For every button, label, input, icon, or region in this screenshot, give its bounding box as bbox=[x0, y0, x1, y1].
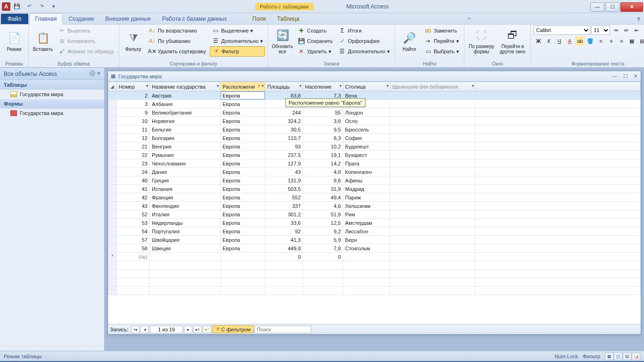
cell-population[interactable]: 49,4 bbox=[303, 193, 343, 202]
row-selector[interactable] bbox=[108, 91, 117, 100]
cell-add[interactable] bbox=[390, 253, 475, 261]
table-row[interactable]: 41ИспанияЕвропа503,531,9Мадрид bbox=[108, 185, 641, 193]
datasheet-view-shortcut[interactable]: ▦ bbox=[605, 353, 613, 360]
cell-area[interactable]: 92 bbox=[265, 227, 303, 236]
cell-name[interactable]: Австрия bbox=[150, 91, 221, 100]
new-record-nav-button[interactable]: ▸* bbox=[203, 326, 211, 333]
underline-button[interactable]: Ч bbox=[554, 36, 564, 46]
cell-add[interactable] bbox=[390, 159, 475, 168]
format-painter-button[interactable]: 🖌Формат по образцу bbox=[56, 46, 116, 57]
goto-button[interactable]: ➜Перейти ▾ bbox=[422, 36, 461, 46]
cell-number[interactable]: 53 bbox=[117, 219, 150, 227]
row-selector[interactable]: * bbox=[108, 253, 117, 261]
cell-capital[interactable]: Копенгаген bbox=[343, 168, 390, 176]
cell-location[interactable]: Европа bbox=[221, 151, 265, 159]
save-record-button[interactable]: 💾Сохранить bbox=[296, 36, 335, 46]
cell-name[interactable]: Греция bbox=[150, 176, 221, 185]
cell-location[interactable]: Европа bbox=[221, 202, 265, 210]
cell-add[interactable] bbox=[390, 108, 475, 117]
gridlines-button[interactable]: ▦ bbox=[627, 36, 636, 46]
table-row[interactable]: 53НидерландыЕвропа33,612,5Амстердам bbox=[108, 219, 641, 227]
cell-population[interactable]: 5,9 bbox=[303, 236, 343, 244]
cell-location[interactable]: Европа bbox=[221, 227, 265, 236]
cell-location[interactable]: Европа bbox=[221, 244, 265, 253]
cell-number[interactable]: 22 bbox=[117, 151, 150, 159]
cell-name[interactable]: Швейцария bbox=[150, 236, 221, 244]
cell-name[interactable]: Нидерланды bbox=[150, 219, 221, 227]
fit-form-button[interactable]: ⛶ По размеру формы bbox=[467, 25, 495, 57]
cell-area[interactable]: 324,2 bbox=[265, 117, 303, 125]
collapse-nav-icon[interactable]: « bbox=[97, 70, 100, 78]
cell-population[interactable]: 10,2 bbox=[303, 142, 343, 151]
undo-icon[interactable]: ↶ bbox=[24, 1, 35, 12]
cell-name[interactable]: Швеция bbox=[150, 244, 221, 253]
cell-capital[interactable] bbox=[343, 253, 390, 261]
search-toggle-icon[interactable]: ⓥ bbox=[90, 70, 95, 78]
cell-add[interactable] bbox=[390, 193, 475, 202]
cell-area[interactable]: 244 bbox=[265, 108, 303, 117]
row-selector[interactable] bbox=[108, 134, 117, 142]
next-record-button[interactable]: ▸ bbox=[184, 326, 192, 333]
cell-area[interactable]: 552 bbox=[265, 193, 303, 202]
sort-asc-button[interactable]: A↓По возрастанию bbox=[147, 25, 208, 36]
cell-capital[interactable]: Будапешт bbox=[343, 142, 390, 151]
cell-location[interactable]: Европа bbox=[221, 134, 265, 142]
row-selector[interactable] bbox=[108, 185, 117, 193]
align-center-button[interactable]: ≡ bbox=[606, 36, 616, 46]
table-row[interactable]: 2Австрия83,87,3Вена bbox=[108, 91, 641, 100]
cell-location[interactable]: Европа bbox=[221, 236, 265, 244]
col-capital[interactable]: Столица▾ bbox=[343, 82, 390, 91]
col-location[interactable]: Расположени▾ bbox=[221, 82, 265, 91]
row-selector-header[interactable]: ◢ bbox=[108, 82, 117, 91]
cell-add[interactable] bbox=[390, 125, 475, 134]
selection-button[interactable]: ▭Выделение ▾ bbox=[210, 25, 265, 36]
totals-button[interactable]: ΣИтоги bbox=[337, 25, 392, 36]
italic-button[interactable]: К bbox=[544, 36, 553, 46]
cell-add[interactable] bbox=[390, 176, 475, 185]
cell-capital[interactable]: Хельсинки bbox=[343, 202, 390, 210]
row-selector[interactable] bbox=[108, 244, 117, 253]
cell-location[interactable]: Европа bbox=[221, 185, 265, 193]
new-record-row[interactable]: *(№)00 bbox=[108, 253, 641, 261]
file-tab[interactable]: Файл bbox=[1, 14, 28, 24]
sort-desc-button[interactable]: A↑По убыванию bbox=[147, 36, 208, 46]
cell-name[interactable]: Дания bbox=[150, 168, 221, 176]
table-row[interactable]: 21ВенгрияЕвропа9310,2Будапешт bbox=[108, 142, 641, 151]
col-number[interactable]: Номер▾ bbox=[117, 82, 150, 91]
row-selector[interactable] bbox=[108, 151, 117, 159]
cell-population[interactable]: 19,1 bbox=[303, 151, 343, 159]
cell-capital[interactable]: Рим bbox=[343, 210, 390, 219]
cell-location[interactable] bbox=[221, 253, 265, 261]
cell-add[interactable] bbox=[390, 117, 475, 125]
cell-number[interactable]: 57 bbox=[117, 236, 150, 244]
cell-population[interactable]: 31,9 bbox=[303, 185, 343, 193]
row-selector[interactable] bbox=[108, 108, 117, 117]
row-selector[interactable] bbox=[108, 125, 117, 134]
cell-name[interactable]: Великобритания bbox=[150, 108, 221, 117]
cell-add[interactable] bbox=[390, 100, 475, 108]
cell-capital[interactable]: Мадрид bbox=[343, 185, 390, 193]
table-row[interactable]: 40ГрецияЕвропа131,98,6Афины bbox=[108, 176, 641, 185]
cell-area[interactable]: 503,5 bbox=[265, 185, 303, 193]
chevron-down-icon[interactable]: ▾ bbox=[146, 83, 149, 88]
bold-button[interactable]: Ж bbox=[534, 36, 543, 46]
new-record-button[interactable]: ✚Создать bbox=[296, 25, 335, 36]
maximize-button[interactable]: ☐ bbox=[605, 2, 619, 12]
indent-right-button[interactable]: ⇥ bbox=[642, 25, 644, 35]
spelling-button[interactable]: ✓Орфография bbox=[337, 36, 392, 46]
child-maximize-icon[interactable]: ☐ bbox=[623, 73, 628, 79]
table-row[interactable]: 42ФранцияЕвропа55249,4Париж bbox=[108, 193, 641, 202]
cell-area[interactable]: 30,5 bbox=[265, 125, 303, 134]
more-records-button[interactable]: ☰Дополнительно ▾ bbox=[337, 46, 392, 57]
cell-name[interactable] bbox=[150, 253, 221, 261]
cell-name[interactable]: Венгрия bbox=[150, 142, 221, 151]
row-selector[interactable] bbox=[108, 193, 117, 202]
cell-name[interactable]: Франция bbox=[150, 193, 221, 202]
cell-capital[interactable]: Бухарест bbox=[343, 151, 390, 159]
table-row[interactable]: 11БельгияЕвропа30,59,5Брюссель bbox=[108, 125, 641, 134]
view-button[interactable]: 📄 Режим bbox=[3, 25, 25, 57]
cell-number[interactable]: 24 bbox=[117, 168, 150, 176]
cell-number[interactable]: 41 bbox=[117, 185, 150, 193]
cell-location[interactable]: Европа bbox=[221, 108, 265, 117]
row-selector[interactable] bbox=[108, 236, 117, 244]
